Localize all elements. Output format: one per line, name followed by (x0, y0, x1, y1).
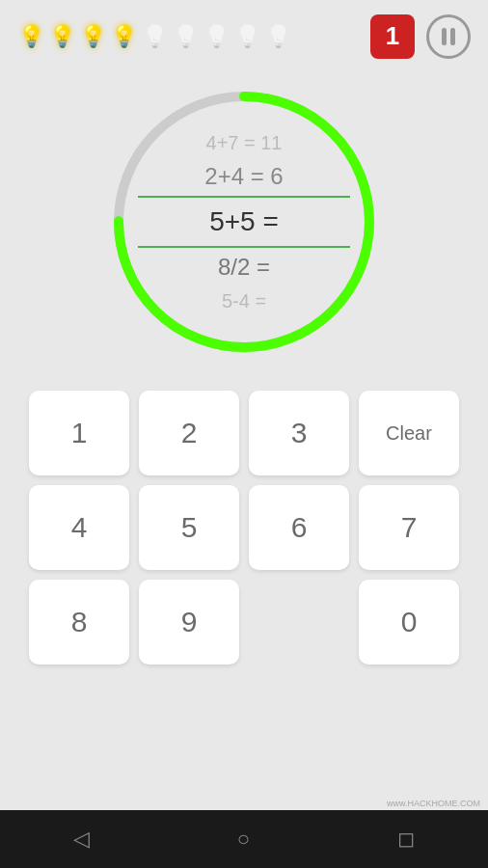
equation-past: 4+7 = 11 (206, 128, 283, 157)
key-8[interactable]: 8 (29, 580, 129, 665)
key-0[interactable]: 0 (359, 580, 459, 665)
home-button[interactable]: ○ (237, 827, 250, 852)
equations-container: 4+7 = 11 2+4 = 6 5+5 = 8/2 = 5-4 = (138, 128, 350, 315)
key-4[interactable]: 4 (29, 485, 129, 570)
pause-icon (442, 28, 455, 45)
circle-wrapper: 4+7 = 11 2+4 = 6 5+5 = 8/2 = 5-4 = (104, 82, 384, 362)
bulb-8: 💡 (264, 23, 291, 50)
android-nav-bar: ◁ ○ ◻ (0, 810, 488, 868)
bulb-7: 💡 (233, 23, 260, 50)
watermark: www.HACKHOME.COM (387, 799, 480, 808)
score-value: 1 (386, 21, 399, 51)
key-2[interactable]: 2 (139, 391, 239, 475)
circle-area: 4+7 = 11 2+4 = 6 5+5 = 8/2 = 5-4 = (0, 72, 488, 381)
key-3[interactable]: 3 (249, 391, 349, 475)
score-badge: 1 (370, 14, 415, 59)
bulb-5: 💡 (172, 23, 199, 50)
bulb-3: 💡 (110, 23, 137, 50)
lives-bulbs: 💡💡💡💡💡💡💡💡💡 (17, 23, 291, 50)
bulb-4: 💡 (141, 23, 168, 50)
top-right: 1 (370, 14, 471, 59)
back-button[interactable]: ◁ (73, 827, 90, 852)
equation-prev: 2+4 = 6 (204, 159, 283, 194)
pause-button[interactable] (426, 14, 471, 59)
bulb-2: 💡 (79, 23, 106, 50)
bulb-6: 💡 (203, 23, 230, 50)
equation-next: 8/2 = (218, 250, 270, 285)
key-9[interactable]: 9 (139, 580, 239, 665)
recents-button[interactable]: ◻ (397, 827, 415, 852)
clear-button[interactable]: Clear (359, 391, 459, 475)
bulb-1: 💡 (48, 23, 75, 50)
keypad-area: 1 2 3 Clear 4 5 6 7 8 9 0 (0, 381, 488, 674)
key-5[interactable]: 5 (139, 485, 239, 570)
key-7[interactable]: 7 (359, 485, 459, 570)
bulb-0: 💡 (17, 23, 44, 50)
keypad-grid: 1 2 3 Clear 4 5 6 7 8 9 0 (29, 391, 459, 665)
equation-future: 5-4 = (222, 286, 266, 315)
top-bar: 💡💡💡💡💡💡💡💡💡 1 (0, 0, 488, 72)
key-1[interactable]: 1 (29, 391, 129, 475)
key-6[interactable]: 6 (249, 485, 349, 570)
equation-active: 5+5 = (138, 196, 350, 248)
